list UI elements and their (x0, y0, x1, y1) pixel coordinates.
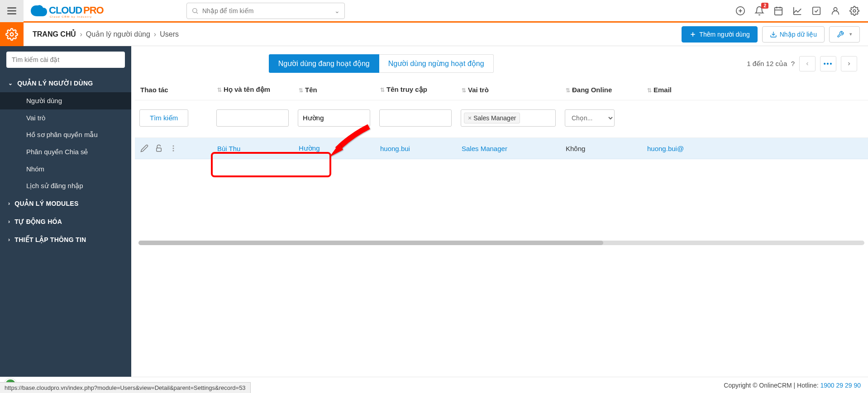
cell-email[interactable]: huong.bui@ (647, 145, 684, 152)
filter-role[interactable]: × Sales Manager (461, 109, 556, 127)
tag-remove[interactable]: × (468, 114, 472, 122)
pager-prev[interactable] (799, 56, 816, 71)
global-search[interactable]: ⌄ (186, 3, 345, 19)
chevron-down-icon: ⌄ (8, 80, 13, 86)
sidebar-group-header-config[interactable]: › THIẾT LẬP THÔNG TIN (0, 231, 131, 249)
tab-active-users[interactable]: Người dùng đang hoạt động (269, 54, 379, 73)
cell-firstname[interactable]: Hường (299, 144, 320, 152)
tasks-button[interactable] (811, 5, 822, 16)
add-button[interactable] (735, 5, 746, 16)
sidebar-group-label: TỰ ĐỘNG HÓA (14, 218, 62, 225)
pager: 1 đến 12 của ? ••• (747, 56, 857, 71)
tab-inactive-users[interactable]: Người dùng ngừng hoạt động (379, 54, 494, 73)
svg-point-6 (193, 8, 197, 12)
footer-copyright: Copyright © OnlineCRM | Hotline: 1900 29… (724, 382, 861, 389)
cell-lastname[interactable]: Bùi Thu (217, 145, 240, 152)
col-firstname[interactable]: ⇅Tên (293, 79, 375, 100)
top-icon-bar: 2 (735, 5, 868, 16)
plus-circle-icon (735, 6, 745, 16)
breadcrumb-level2[interactable]: Users (160, 30, 179, 38)
gear-icon (849, 6, 859, 16)
sidebar-group-label: QUẢN LÝ NGƯỜI DÙNG (17, 80, 93, 87)
chevron-right-icon (846, 61, 852, 66)
global-search-input[interactable] (202, 7, 334, 14)
lock-icon[interactable] (155, 144, 163, 152)
import-label: Nhập dữ liệu (780, 31, 817, 38)
sidebar-item-users[interactable]: Người dùng (0, 92, 131, 109)
cell-online: Không (566, 145, 585, 152)
sidebar-group-header-automation[interactable]: › TỰ ĐỘNG HÓA (0, 213, 131, 231)
table-row[interactable]: Bùi Thu Hường huong.bui Sales Manager Kh… (135, 138, 868, 159)
svg-text:CLOUD: CLOUD (49, 5, 82, 16)
wrench-icon (837, 31, 844, 38)
chevron-down-icon[interactable]: ⌄ (334, 7, 340, 14)
status-bar-url: https://base.cloudpro.vn/index.php?modul… (0, 382, 251, 392)
horizontal-scrollbar[interactable] (138, 241, 864, 245)
filter-row: Tìm kiếm × Sales Manager (135, 100, 868, 138)
breadcrumb-bar: TRANG CHỦ › Quản lý người dùng › Users T… (0, 23, 868, 46)
calendar-button[interactable] (773, 5, 784, 16)
sidebar-item-groups[interactable]: Nhóm (0, 161, 131, 177)
col-online[interactable]: ⇅Đang Online (560, 79, 642, 100)
breadcrumb-home[interactable]: TRANG CHỦ (33, 30, 76, 38)
sidebar-search-input[interactable] (6, 52, 125, 68)
sidebar-group-label: THIẾT LẬP THÔNG TIN (14, 236, 86, 243)
notifications-button[interactable]: 2 (754, 5, 765, 16)
menu-icon (6, 5, 18, 17)
filter-online[interactable]: Chọn... (565, 109, 615, 127)
import-button[interactable]: Nhập dữ liệu (762, 26, 825, 43)
filter-lastname[interactable] (216, 109, 289, 127)
filter-firstname[interactable] (298, 109, 370, 127)
content: Người dùng đang hoạt động Người dùng ngừ… (131, 46, 868, 392)
pager-more[interactable]: ••• (820, 56, 836, 71)
plus-icon (689, 31, 696, 38)
breadcrumb: TRANG CHỦ › Quản lý người dùng › Users (33, 30, 179, 38)
sort-icon: ⇅ (299, 87, 303, 94)
cloudpro-logo-icon: CLOUD PRO Cloud CRM by Industry (28, 2, 110, 20)
breadcrumb-level1[interactable]: Quản lý người dùng (86, 30, 150, 38)
svg-point-18 (10, 33, 14, 36)
breadcrumb-actions: Thêm người dùng Nhập dữ liệu ▾ (682, 26, 868, 43)
sidebar-item-profiles[interactable]: Hồ sơ phân quyền mẫu (0, 126, 131, 143)
reports-button[interactable] (792, 5, 803, 16)
sidebar-item-roles[interactable]: Vai trò (0, 109, 131, 126)
chevron-down-icon: ▾ (849, 31, 852, 37)
chevron-right-icon: › (8, 237, 10, 243)
cell-role[interactable]: Sales Manager (462, 145, 507, 152)
svg-rect-15 (813, 7, 820, 14)
sort-icon: ⇅ (462, 87, 466, 94)
settings-button[interactable] (849, 5, 860, 16)
col-role[interactable]: ⇅Vai trò (456, 79, 560, 100)
chart-icon (792, 6, 802, 16)
scrollbar-thumb[interactable] (138, 241, 603, 245)
sidebar-group-header-users[interactable]: ⌄ QUẢN LÝ NGƯỜI DÙNG (0, 74, 131, 92)
svg-text:PRO: PRO (83, 5, 104, 16)
logo[interactable]: CLOUD PRO Cloud CRM by Industry (28, 2, 110, 20)
gear-icon (5, 28, 18, 41)
chevron-left-icon (805, 61, 810, 66)
edit-icon[interactable] (140, 144, 148, 152)
sidebar-group-header-modules[interactable]: › QUẢN LÝ MODULES (0, 194, 131, 213)
hamburger-menu[interactable] (0, 0, 24, 22)
add-user-button[interactable]: Thêm người dùng (682, 26, 757, 43)
col-username[interactable]: ⇅Tên truy cập (375, 79, 456, 100)
search-icon (191, 7, 199, 14)
hotline-link[interactable]: 1900 29 29 90 (820, 382, 861, 389)
sidebar-item-sharing[interactable]: Phân quyền Chia sẻ (0, 143, 131, 161)
pager-text: 1 đến 12 của ? (747, 60, 795, 68)
svg-text:Cloud CRM by Industry: Cloud CRM by Industry (50, 15, 92, 18)
tools-button[interactable]: ▾ (829, 26, 860, 43)
cell-username[interactable]: huong.bui (380, 145, 410, 152)
tabs-row: Người dùng đang hoạt động Người dùng ngừ… (131, 46, 868, 79)
search-button[interactable]: Tìm kiếm (139, 109, 188, 127)
sort-icon: ⇅ (217, 87, 222, 93)
sidebar-item-login-history[interactable]: Lịch sử đăng nhập (0, 177, 131, 194)
more-vertical-icon[interactable] (169, 144, 177, 152)
profile-button[interactable] (830, 5, 841, 16)
sidebar-search (6, 52, 125, 68)
settings-tile[interactable] (0, 23, 24, 46)
filter-username[interactable] (379, 109, 452, 127)
pager-next[interactable] (841, 56, 857, 71)
col-lastname[interactable]: ⇅Họ và tên đệm (212, 79, 293, 100)
col-email[interactable]: ⇅Email (642, 79, 868, 100)
